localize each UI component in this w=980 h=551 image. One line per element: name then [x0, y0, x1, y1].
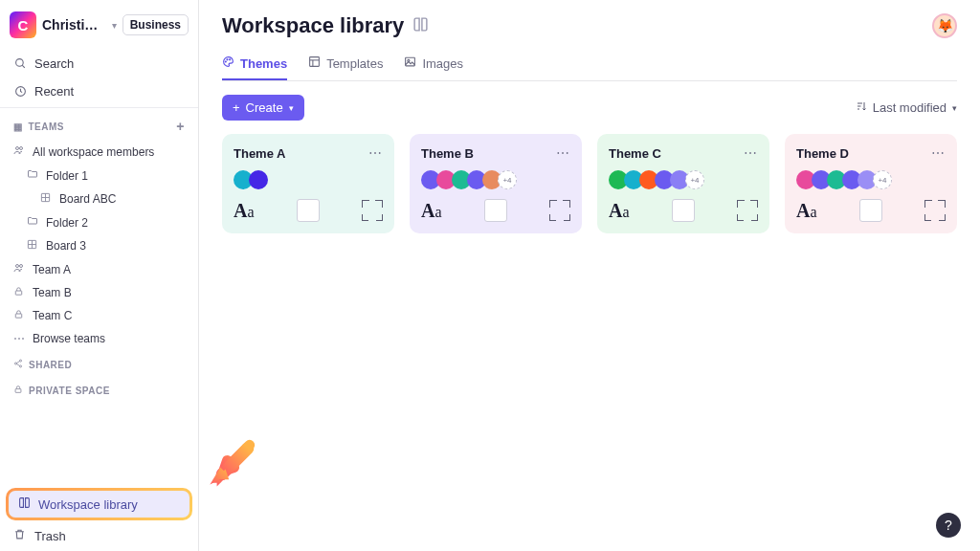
recent-label: Recent — [34, 84, 74, 99]
svg-point-23 — [230, 59, 231, 60]
typography-sample: Aa — [234, 200, 255, 222]
trash-link[interactable]: Trash — [0, 520, 198, 551]
svg-line-1 — [22, 65, 25, 68]
swatch-row: +4 — [421, 170, 570, 189]
card-more-button[interactable]: ⋯ — [556, 145, 570, 161]
theme-card[interactable]: Theme A ⋯ Aa — [222, 134, 394, 233]
team-b[interactable]: Team B — [0, 281, 198, 304]
book-icon — [18, 496, 31, 512]
user-avatar[interactable]: 🦊 — [932, 13, 957, 38]
board-icon — [40, 192, 53, 206]
sort-button[interactable]: Last modified ▾ — [856, 100, 957, 115]
people-icon — [13, 144, 26, 159]
workspace-library-link[interactable]: Workspace library — [9, 491, 189, 518]
all-members-label: All workspace members — [33, 145, 154, 159]
svg-marker-31 — [210, 469, 229, 484]
theme-title: Theme B — [421, 146, 474, 161]
teams-icon: ▦ — [13, 121, 23, 132]
share-icon — [13, 359, 23, 370]
folder-2[interactable]: Folder 2 — [0, 210, 198, 234]
svg-rect-24 — [310, 57, 320, 67]
people-icon — [13, 262, 26, 276]
board-icon — [27, 239, 39, 253]
shared-section-header: SHARED — [0, 350, 198, 376]
svg-marker-29 — [212, 466, 229, 483]
theme-title: Theme D — [796, 146, 849, 161]
card-more-button[interactable]: ⋯ — [744, 145, 758, 161]
workspace-switcher[interactable]: C Christine's… ▾ Business — [0, 0, 198, 50]
shape-sample — [484, 199, 507, 222]
tab-templates[interactable]: Templates — [308, 48, 383, 80]
theme-card[interactable]: Theme C ⋯ +4 Aa — [597, 134, 769, 233]
chevron-down-icon: ▾ — [112, 20, 117, 31]
svg-rect-14 — [15, 314, 21, 318]
palette-icon — [222, 55, 234, 71]
extra-swatch: +4 — [685, 170, 704, 189]
tab-themes[interactable]: Themes — [222, 48, 287, 80]
team-a[interactable]: Team A — [0, 257, 198, 281]
recent-item[interactable]: Recent — [0, 77, 198, 105]
image-icon — [404, 55, 416, 71]
svg-rect-13 — [15, 291, 21, 295]
create-button[interactable]: + Create ▾ — [222, 95, 304, 121]
teams-section-header: ▦TEAMS + — [0, 110, 198, 140]
add-team-button[interactable]: + — [176, 119, 185, 134]
theme-card[interactable]: Theme B ⋯ +4 Aa — [410, 134, 582, 233]
frame-icon — [737, 200, 758, 221]
workspace-name: Christine's… — [42, 17, 106, 33]
book-icon — [412, 16, 429, 36]
search-item[interactable]: Search — [0, 50, 198, 77]
plus-icon: + — [233, 100, 240, 115]
frame-icon — [362, 200, 383, 221]
card-more-button[interactable]: ⋯ — [931, 145, 946, 161]
extra-swatch: +4 — [873, 170, 892, 189]
svg-point-0 — [15, 59, 23, 67]
clock-icon — [13, 85, 27, 98]
team-c[interactable]: Team C — [0, 304, 198, 327]
theme-title: Theme A — [234, 146, 285, 161]
frame-icon — [924, 200, 946, 221]
lock-icon — [13, 309, 26, 322]
annotation-arrow-icon — [205, 438, 256, 490]
search-label: Search — [34, 56, 74, 71]
tab-images[interactable]: Images — [404, 48, 463, 80]
template-icon — [308, 55, 321, 71]
search-icon — [13, 57, 27, 70]
lock-icon — [13, 286, 26, 299]
trash-icon — [13, 528, 27, 543]
sort-icon — [856, 100, 867, 115]
svg-line-18 — [16, 362, 19, 364]
swatch-row — [234, 170, 383, 189]
board-3[interactable]: Board 3 — [0, 234, 198, 257]
typography-sample: Aa — [421, 200, 442, 222]
plan-badge: Business — [122, 14, 189, 35]
folder-icon — [27, 168, 39, 183]
workspace-logo: C — [10, 11, 36, 38]
card-more-button[interactable]: ⋯ — [368, 145, 383, 161]
color-swatch — [249, 170, 268, 189]
help-button[interactable]: ? — [936, 513, 961, 538]
board-abc[interactable]: Board ABC — [0, 187, 198, 210]
ellipsis-icon: ⋯ — [13, 332, 26, 345]
shape-sample — [672, 199, 695, 222]
svg-marker-32 — [210, 468, 227, 485]
all-workspace-members[interactable]: All workspace members — [0, 140, 198, 164]
workspace-library-highlight: Workspace library — [6, 488, 192, 520]
svg-point-12 — [20, 265, 23, 268]
svg-point-22 — [227, 59, 228, 60]
swatch-row: +4 — [796, 170, 946, 189]
typography-sample: Aa — [796, 200, 817, 222]
theme-card[interactable]: Theme D ⋯ +4 Aa — [785, 134, 957, 233]
chevron-down-icon: ▾ — [289, 103, 294, 113]
browse-teams[interactable]: ⋯ Browse teams — [0, 327, 198, 350]
folder-1[interactable]: Folder 1 — [0, 164, 198, 187]
svg-point-21 — [225, 61, 226, 62]
theme-cards: Theme A ⋯ Aa Theme B ⋯ +4 Aa Theme C ⋯ +… — [222, 134, 957, 233]
svg-rect-27 — [406, 57, 415, 66]
svg-point-11 — [16, 265, 19, 268]
sidebar: C Christine's… ▾ Business Search Recent … — [0, 0, 199, 551]
svg-point-4 — [20, 147, 23, 150]
frame-icon — [549, 200, 570, 221]
shape-sample — [859, 199, 882, 222]
tabs: Themes Templates Images — [222, 48, 957, 81]
